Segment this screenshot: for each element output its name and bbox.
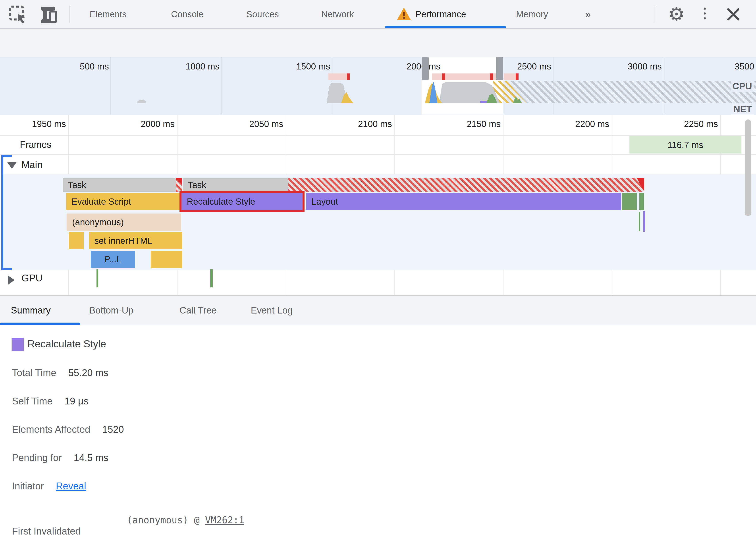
row-label: Pending for (12, 452, 62, 463)
warning-icon (396, 6, 412, 22)
tab-bottom-up[interactable]: Bottom-Up (89, 296, 134, 325)
gpu-expand-arrow-icon[interactable] (8, 275, 15, 285)
row-value: 55.20 ms (68, 367, 108, 378)
summary-row: Total Time55.20 ms (12, 367, 108, 378)
ruler-tick: 2050 ms (250, 119, 283, 129)
event-color-swatch (11, 338, 24, 351)
ruler-tick: 2200 ms (576, 119, 609, 129)
flame-bar-script[interactable] (151, 251, 182, 268)
gpu-activity-bar[interactable] (97, 269, 98, 287)
tab-sources[interactable]: Sources (246, 0, 279, 28)
initiator-reveal-link[interactable]: Reveal (56, 481, 86, 492)
tab-console[interactable]: Console (171, 0, 204, 28)
frames-track-label[interactable]: Frames (20, 140, 51, 150)
overview-tick: 1000 ms (186, 61, 220, 71)
flame-sliver-paint[interactable] (639, 212, 640, 231)
main-track-label[interactable]: Main (21, 159, 43, 170)
ruler-tick: 2250 ms (684, 119, 718, 129)
divider (655, 6, 655, 22)
tab-network[interactable]: Network (321, 0, 354, 28)
flame-bar-task[interactable]: Task (63, 178, 176, 191)
timeline-overview[interactable]: 500 ms 1000 ms 1500 ms 2000 ms 2500 ms 3… (0, 57, 756, 115)
flame-bar-set-innerhtml[interactable]: set innerHTML (89, 232, 182, 250)
ruler-tick: 2100 ms (358, 119, 392, 129)
active-tab-underline (385, 26, 506, 28)
row-label: Self Time (12, 396, 52, 407)
flame-bar-parse-html[interactable]: P...L (91, 251, 135, 268)
row-value: 1520 (102, 424, 124, 435)
flame-bar-script[interactable] (69, 232, 84, 250)
net-track-label: NET (732, 104, 754, 115)
cpu-activity-chart (0, 81, 756, 103)
devtools-tabbar: Elements Console Sources Network Perform… (0, 0, 756, 29)
flame-bar-task-longtask-tail[interactable] (176, 178, 182, 191)
tab-performance[interactable]: Performance (416, 0, 466, 28)
overview-tick: 1500 ms (296, 61, 330, 71)
flame-bar-task[interactable]: Task (182, 178, 288, 191)
tab-event-log[interactable]: Event Log (251, 296, 292, 325)
vertical-scrollbar[interactable] (745, 119, 751, 216)
overview-tick: 2500 ms (517, 61, 551, 71)
summary-panel: Recalculate Style Total Time55.20 ms Sel… (0, 325, 756, 554)
tab-summary[interactable]: Summary (11, 296, 51, 325)
overview-tick: 500 ms (80, 61, 109, 71)
stack-source-link[interactable]: VM262:1 (205, 515, 244, 525)
event-title: Recalculate Style (28, 338, 106, 350)
flame-bar-recalculate-style-selected[interactable]: Recalculate Style (179, 191, 305, 212)
main-collapse-arrow-icon[interactable] (7, 162, 16, 169)
gpu-track-label[interactable]: GPU (21, 273, 43, 284)
tab-call-tree[interactable]: Call Tree (179, 296, 217, 325)
device-toolbar-icon[interactable] (39, 5, 58, 24)
overview-tick: 3500 (735, 61, 754, 71)
row-label: Elements Affected (12, 424, 90, 435)
summary-row: Self Time19 µs (12, 396, 89, 407)
inspect-element-icon[interactable] (9, 5, 27, 23)
divider (69, 6, 69, 22)
row-label: Total Time (12, 367, 56, 378)
long-task-strip (328, 73, 350, 80)
long-task-strip (432, 73, 497, 80)
selection-right-handle[interactable] (496, 57, 503, 80)
kebab-menu-icon[interactable] (704, 7, 706, 22)
selection-left-handle[interactable] (422, 57, 429, 80)
cpu-track-label: CPU (731, 80, 754, 92)
flame-sliver-style[interactable] (643, 211, 645, 232)
flame-bar-task-longtask-tail[interactable] (288, 178, 644, 191)
tab-elements[interactable]: Elements (90, 0, 126, 28)
settings-gear-icon[interactable]: ⚙ (668, 3, 685, 26)
flame-bar-anonymous[interactable]: (anonymous) (67, 214, 181, 231)
ruler-tick: 2000 ms (141, 119, 175, 129)
performance-toolbar: jlwagner.net #1 Screenshots Memory ⚙ (0, 29, 756, 57)
frame-duration-badge[interactable]: 116.7 ms (630, 136, 741, 154)
ruler-tick: 2150 ms (467, 119, 501, 129)
flame-bar-paint[interactable] (639, 193, 644, 210)
first-invalidated-label: First Invalidated (12, 526, 81, 537)
flame-bar-layout[interactable]: Layout (306, 193, 621, 210)
tab-memory[interactable]: Memory (516, 0, 548, 28)
ruler-tick: 1950 ms (32, 119, 66, 129)
main-track-bracket (1, 155, 3, 270)
close-icon[interactable] (726, 7, 740, 21)
details-tabbar: Summary Bottom-Up Call Tree Event Log (0, 296, 756, 325)
flamechart-pane[interactable]: 1950 ms 2000 ms 2050 ms 2100 ms 2150 ms … (0, 115, 756, 296)
row-label: Initiator (12, 481, 44, 492)
gpu-activity-bar[interactable] (210, 269, 213, 287)
row-value: 14.5 ms (74, 452, 108, 463)
devtools-window: Elements Console Sources Network Perform… (0, 0, 756, 554)
summary-row: Pending for14.5 ms (12, 452, 108, 463)
first-invalidated-stack: (anonymous) @ VM262:1 (127, 515, 244, 525)
summary-row: Elements Affected1520 (12, 424, 124, 435)
flame-bar-evaluate-script[interactable]: Evaluate Script (66, 193, 181, 210)
long-task-strip (504, 73, 519, 80)
active-tab-underline (0, 323, 80, 325)
row-value: 19 µs (64, 396, 89, 407)
more-tabs-chevron[interactable]: » (585, 0, 591, 28)
summary-row-initiator: InitiatorReveal (12, 481, 86, 492)
overview-tick: 3000 ms (628, 61, 662, 71)
flame-bar-paint[interactable] (622, 193, 637, 210)
